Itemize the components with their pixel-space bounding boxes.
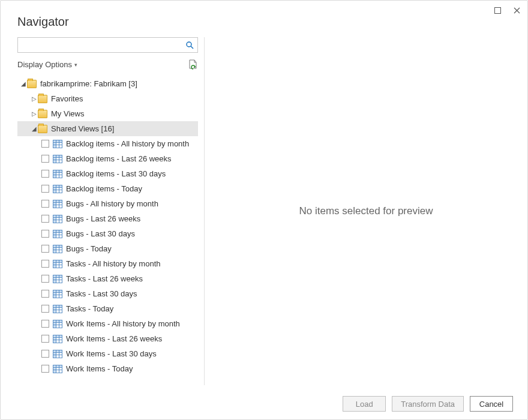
table-icon <box>53 230 62 238</box>
tree-root-label: fabrikamprime: Fabrikam [3] <box>40 79 137 88</box>
checkbox[interactable] <box>41 245 49 253</box>
checkbox[interactable] <box>41 320 49 328</box>
transform-data-button[interactable]: Transform Data <box>392 396 464 412</box>
preview-empty-message: No items selected for preview <box>299 205 433 217</box>
tree-item[interactable]: Tasks - Last 30 days <box>17 286 198 301</box>
checkbox[interactable] <box>41 350 49 358</box>
tree-item-label: Tasks - Last 30 days <box>66 289 137 298</box>
tree-item-label: Work Items - All history by month <box>66 319 180 328</box>
tree-item-label: Tasks - Today <box>66 304 113 313</box>
checkbox[interactable] <box>41 170 49 178</box>
tree-node-myviews[interactable]: ▷ My Views <box>17 106 198 121</box>
tree-node-sharedviews[interactable]: ◢ Shared Views [16] <box>17 121 198 136</box>
checkbox[interactable] <box>41 260 49 268</box>
table-icon <box>53 305 62 313</box>
search-input[interactable] <box>18 38 182 52</box>
tree-item[interactable]: Work Items - Last 26 weeks <box>17 331 198 346</box>
tree-item-label: Backlog items - Last 30 days <box>66 169 166 178</box>
tree-item-label: Backlog items - All history by month <box>66 139 189 148</box>
tree-item[interactable]: Backlog items - Last 30 days <box>17 166 198 181</box>
collapse-icon[interactable]: ◢ <box>20 80 27 87</box>
folder-icon <box>27 80 37 88</box>
table-icon <box>53 260 62 268</box>
table-icon <box>53 275 62 283</box>
tree-item[interactable]: Tasks - All history by month <box>17 256 198 271</box>
folder-icon <box>38 125 47 133</box>
tree-item[interactable]: Work Items - Last 30 days <box>17 346 198 361</box>
tree-item-label: Backlog items - Last 26 weeks <box>66 154 172 163</box>
checkbox[interactable] <box>41 200 49 208</box>
table-icon <box>53 320 62 328</box>
table-icon <box>53 350 62 358</box>
tree-item-label: Bugs - Today <box>66 244 112 253</box>
tree-node-label: Favorites <box>51 94 83 103</box>
checkbox[interactable] <box>41 290 49 298</box>
chevron-down-icon: ▾ <box>74 62 77 68</box>
tree-item-label: Work Items - Today <box>66 364 133 373</box>
table-icon <box>53 290 62 298</box>
search-icon[interactable] <box>182 38 197 52</box>
tree-item[interactable]: Backlog items - All history by month <box>17 136 198 151</box>
folder-icon <box>38 110 47 118</box>
display-options-dropdown[interactable]: Display Options ▾ <box>17 59 77 70</box>
tree-root-fabrikam[interactable]: ◢ fabrikamprime: Fabrikam [3] <box>17 76 198 91</box>
checkbox[interactable] <box>41 335 49 343</box>
tree-item[interactable]: Bugs - Last 26 weeks <box>17 211 198 226</box>
tree-item-label: Work Items - Last 30 days <box>66 349 157 358</box>
cancel-button[interactable]: Cancel <box>470 396 513 412</box>
tree-item[interactable]: Bugs - Today <box>17 241 198 256</box>
checkbox[interactable] <box>41 230 49 238</box>
tree-item-label: Bugs - Last 26 weeks <box>66 214 140 223</box>
checkbox[interactable] <box>41 305 49 313</box>
svg-rect-0 <box>494 7 500 13</box>
tree-item[interactable]: Tasks - Today <box>17 301 198 316</box>
display-options-label: Display Options <box>17 60 72 69</box>
tree-item-label: Bugs - All history by month <box>66 199 158 208</box>
table-icon <box>53 245 62 253</box>
checkbox[interactable] <box>41 215 49 223</box>
table-icon <box>53 200 62 208</box>
tree-item-label: Tasks - All history by month <box>66 259 161 268</box>
table-icon <box>53 170 62 178</box>
tree-item[interactable]: Work Items - Today <box>17 361 198 376</box>
folder-icon <box>38 95 47 103</box>
table-icon <box>53 155 62 163</box>
checkbox[interactable] <box>41 155 49 163</box>
refresh-preview-icon[interactable] <box>187 59 198 70</box>
svg-point-1 <box>187 42 191 47</box>
table-icon <box>53 185 62 193</box>
tree-item[interactable]: Bugs - Last 30 days <box>17 226 198 241</box>
tree-node-label: My Views <box>51 109 84 118</box>
expand-icon[interactable]: ▷ <box>31 95 38 102</box>
table-icon <box>53 215 62 223</box>
tree-node-label: Shared Views [16] <box>51 124 114 133</box>
tree-node-favorites[interactable]: ▷ Favorites <box>17 91 198 106</box>
tree-item-label: Backlog items - Today <box>66 184 142 193</box>
maximize-icon[interactable] <box>493 5 502 15</box>
tree-item-label: Bugs - Last 30 days <box>66 229 135 238</box>
checkbox[interactable] <box>41 185 49 193</box>
checkbox[interactable] <box>41 140 49 148</box>
tree-item[interactable]: Work Items - All history by month <box>17 316 198 331</box>
expand-icon[interactable]: ▷ <box>31 110 38 117</box>
table-icon <box>53 365 62 373</box>
page-title: Navigator <box>17 15 511 29</box>
tree-item[interactable]: Tasks - Last 26 weeks <box>17 271 198 286</box>
table-icon <box>53 335 62 343</box>
load-button[interactable]: Load <box>343 396 386 412</box>
collapse-icon[interactable]: ◢ <box>31 125 38 132</box>
search-box[interactable] <box>17 37 198 53</box>
tree-item[interactable]: Backlog items - Last 26 weeks <box>17 151 198 166</box>
tree-item-label: Work Items - Last 26 weeks <box>66 334 162 343</box>
tree-item-label: Tasks - Last 26 weeks <box>66 274 143 283</box>
checkbox[interactable] <box>41 275 49 283</box>
navigator-tree: ◢ fabrikamprime: Fabrikam [3] ▷ Favorite… <box>17 74 198 385</box>
svg-line-2 <box>191 46 193 49</box>
tree-item[interactable]: Backlog items - Today <box>17 181 198 196</box>
tree-item[interactable]: Bugs - All history by month <box>17 196 198 211</box>
table-icon <box>53 140 62 148</box>
checkbox[interactable] <box>41 365 49 373</box>
close-icon[interactable] <box>512 5 521 15</box>
